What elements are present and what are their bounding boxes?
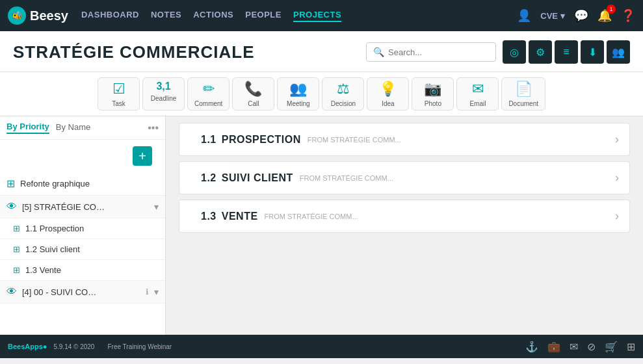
decision-icon: ⚖ xyxy=(337,81,350,98)
page-header: STRATÉGIE COMMERCIALE 🔍 ◎ ⚙ ≡ ⬇ 👥 xyxy=(0,31,643,72)
people-icon-btn[interactable]: 👥 xyxy=(607,40,630,64)
logo-icon: 🐝 xyxy=(8,6,26,25)
task-icon: ☑ xyxy=(112,81,125,98)
mail-icon[interactable]: ✉ xyxy=(570,341,578,353)
chat-icon[interactable]: 💬 xyxy=(574,8,588,23)
tab-by-priority[interactable]: By Priority xyxy=(7,122,49,134)
action-meeting[interactable]: 👥 Meeting xyxy=(277,77,319,110)
deadline-label: Deadline xyxy=(151,95,176,102)
info-icon: ℹ xyxy=(146,287,149,296)
list-icon-btn[interactable]: ≡ xyxy=(555,40,578,64)
sidebar-item-refonte[interactable]: ⊞ Refonte graphique xyxy=(0,172,165,196)
user-menu[interactable]: CVE ▾ xyxy=(540,11,565,21)
grid-small-icon-2: ⊞ xyxy=(13,244,20,254)
nav-actions[interactable]: ACTIONS xyxy=(193,10,233,22)
grid-icon-bottom[interactable]: ⊞ xyxy=(627,341,635,353)
action-task[interactable]: ☑ Task xyxy=(98,77,140,110)
project-source-prospection: FROM STRATÉGIE COMM... xyxy=(308,136,615,144)
page-title: STRATÉGIE COMMERCIALE xyxy=(13,42,255,62)
sidebar-item-strategie[interactable]: 👁 [5] STRATÉGIE CO… ▾ xyxy=(0,196,165,218)
search-box[interactable]: 🔍 xyxy=(366,42,496,62)
idea-icon: 💡 xyxy=(379,81,397,98)
filter-icon-btn[interactable]: ◎ xyxy=(503,40,526,64)
bottom-bar: BeesApps● 5.9.14 © 2020 Free Training We… xyxy=(0,335,643,358)
help-icon[interactable]: ❓ xyxy=(621,8,635,23)
header-top: STRATÉGIE COMMERCIALE 🔍 ◎ ⚙ ≡ ⬇ 👥 xyxy=(13,40,630,64)
decision-label: Decision xyxy=(331,100,356,107)
project-number-2: 1.2 xyxy=(201,172,217,184)
anchor-icon[interactable]: ⚓ xyxy=(525,341,538,353)
comment-icon: ✏ xyxy=(203,81,215,98)
nav-notes[interactable]: NOTES xyxy=(151,10,181,22)
more-options-icon[interactable]: ••• xyxy=(148,122,159,134)
add-project-button[interactable]: + xyxy=(133,146,152,166)
action-document[interactable]: 📄 Document xyxy=(501,77,545,110)
chevron-right-icon-2: › xyxy=(615,171,619,185)
nav-right: 👤 CVE ▾ 💬 🔔 1 ❓ xyxy=(517,8,635,23)
download-icon-btn[interactable]: ⬇ xyxy=(581,40,604,64)
navbar: 🐝 Beesy DASHBOARD NOTES ACTIONS PEOPLE P… xyxy=(0,0,643,31)
nav-projects[interactable]: PROJECTS xyxy=(293,10,341,22)
chevron-down-icon-2: ▾ xyxy=(154,287,159,297)
grid-icon: ⊞ xyxy=(7,177,15,190)
sidebar-item-label-vente: 1.3 Vente xyxy=(25,265,159,275)
chevron-right-icon: › xyxy=(615,133,619,146)
grid-small-icon: ⊞ xyxy=(13,224,20,233)
action-email[interactable]: ✉ Email xyxy=(456,77,499,110)
project-name-prospection: PROSPECTION xyxy=(222,134,301,146)
project-source-vente: FROM STRATÉGIE COMM... xyxy=(265,213,615,220)
user-icon: 👤 xyxy=(517,8,531,23)
toolbar-icons: ◎ ⚙ ≡ ⬇ 👥 xyxy=(503,40,630,64)
sidebar-item-label-suivi-co: [4] 00 - SUIVI CO… xyxy=(22,287,140,297)
task-label: Task xyxy=(112,100,125,107)
search-input[interactable] xyxy=(388,47,489,57)
eye-icon: 👁 xyxy=(7,201,17,213)
deadline-icon: 3,1 xyxy=(156,81,170,92)
actions-row: ☑ Task 3,1 Deadline ✏ Comment 📞 Call 👥 M… xyxy=(0,72,643,116)
search-icon: 🔍 xyxy=(373,47,384,57)
project-row-vente[interactable]: 1.3 VENTE FROM STRATÉGIE COMM... › xyxy=(179,200,630,233)
block-icon[interactable]: ⊘ xyxy=(587,341,596,353)
photo-label: Photo xyxy=(425,100,441,107)
project-number-1: 1.1 xyxy=(201,134,217,146)
settings-icon-btn[interactable]: ⚙ xyxy=(529,40,552,64)
action-idea[interactable]: 💡 Idea xyxy=(367,77,409,110)
notification-badge: 1 xyxy=(607,5,616,14)
sidebar-item-suivi[interactable]: ⊞ 1.2 Suivi client xyxy=(0,239,165,260)
action-decision[interactable]: ⚖ Decision xyxy=(322,77,364,110)
sidebar-item-label-suivi: 1.2 Suivi client xyxy=(25,244,159,254)
nav-dashboard[interactable]: DASHBOARD xyxy=(81,10,139,22)
sidebar-tabs: By Priority By Name ••• xyxy=(0,116,165,140)
eye-icon-2: 👁 xyxy=(7,286,17,298)
action-deadline[interactable]: 3,1 Deadline xyxy=(142,77,185,110)
call-label: Call xyxy=(248,100,259,107)
project-name-vente: VENTE xyxy=(222,211,258,222)
sidebar-item-suivi-co[interactable]: 👁 [4] 00 - SUIVI CO… ℹ ▾ xyxy=(0,281,165,304)
document-icon: 📄 xyxy=(515,81,532,98)
document-label: Document xyxy=(508,100,538,107)
email-icon: ✉ xyxy=(472,81,484,98)
action-photo[interactable]: 📷 Photo xyxy=(412,77,454,110)
project-name-suivi: SUIVI CLIENT xyxy=(222,172,293,184)
project-row-suivi[interactable]: 1.2 SUIVI CLIENT FROM STRATÉGIE COMM... … xyxy=(179,161,630,194)
project-number-3: 1.3 xyxy=(201,211,217,222)
app-name: Beesy xyxy=(30,8,68,23)
sidebar-item-vente[interactable]: ⊞ 1.3 Vente xyxy=(0,260,165,281)
main-content: By Priority By Name ••• + ⊞ Refonte grap… xyxy=(0,116,643,335)
notifications-icon[interactable]: 🔔 1 xyxy=(597,8,612,23)
briefcase-icon[interactable]: 💼 xyxy=(547,341,560,353)
header-actions: 🔍 ◎ ⚙ ≡ ⬇ 👥 xyxy=(366,40,630,64)
call-icon: 📞 xyxy=(244,81,262,98)
project-row-prospection[interactable]: 1.1 PROSPECTION FROM STRATÉGIE COMM... › xyxy=(179,123,630,156)
tab-by-name[interactable]: By Name xyxy=(56,122,90,133)
cart-icon[interactable]: 🛒 xyxy=(605,341,618,353)
sidebar: By Priority By Name ••• + ⊞ Refonte grap… xyxy=(0,116,166,335)
nav-people[interactable]: PEOPLE xyxy=(245,10,282,22)
comment-label: Comment xyxy=(194,100,222,107)
action-comment[interactable]: ✏ Comment xyxy=(187,77,230,110)
sidebar-item-prospection[interactable]: ⊞ 1.1 Prospection xyxy=(0,218,165,239)
action-call[interactable]: 📞 Call xyxy=(232,77,274,110)
main-panel: 1.1 PROSPECTION FROM STRATÉGIE COMM... ›… xyxy=(166,116,643,335)
chevron-right-icon-3: › xyxy=(615,209,619,223)
meeting-icon: 👥 xyxy=(289,81,307,98)
